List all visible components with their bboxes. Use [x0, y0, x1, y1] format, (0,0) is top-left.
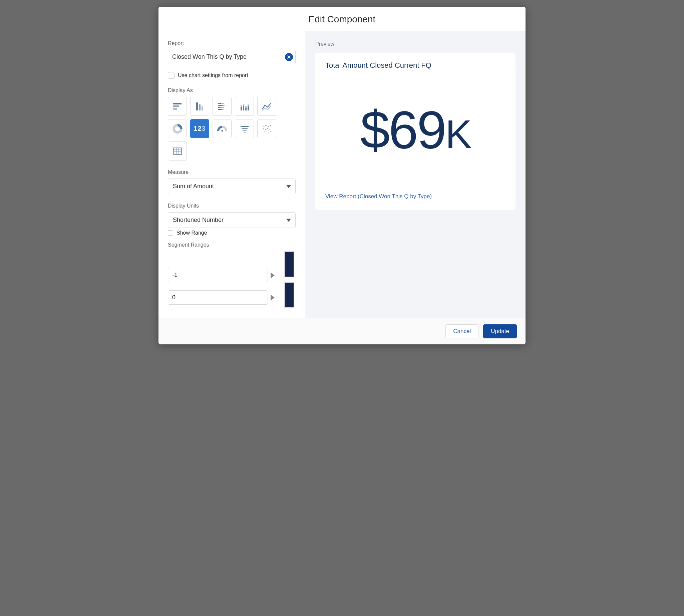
- svg-point-36: [267, 128, 268, 129]
- clear-report-icon[interactable]: [285, 53, 293, 61]
- metric-number: 69: [389, 100, 445, 159]
- horizontal-bar-icon[interactable]: [168, 97, 187, 116]
- display-units-select-wrap: Shortened Number: [168, 212, 295, 228]
- svg-rect-19: [243, 104, 244, 106]
- show-range-checkbox[interactable]: [168, 230, 173, 236]
- segment-row-0: [168, 268, 295, 282]
- measure-select-wrap: Sum of Amount: [168, 178, 295, 194]
- svg-rect-4: [173, 108, 177, 110]
- segment-input-0[interactable]: [168, 268, 268, 282]
- svg-rect-8: [218, 103, 221, 104]
- svg-rect-42: [174, 148, 181, 154]
- scatter-icon[interactable]: [257, 119, 276, 138]
- donut-icon[interactable]: [168, 119, 187, 138]
- svg-rect-23: [248, 105, 249, 107]
- svg-rect-2: [173, 103, 181, 105]
- svg-point-35: [265, 129, 266, 130]
- svg-point-40: [268, 131, 269, 132]
- cancel-button[interactable]: Cancel: [445, 324, 479, 338]
- measure-select[interactable]: Sum of Amount: [168, 178, 295, 194]
- edit-component-modal: Edit Component Report Use chart settings…: [158, 7, 526, 344]
- svg-rect-26: [241, 126, 248, 127]
- metric-value: $69K: [325, 73, 506, 186]
- modal-footer: Cancel Update: [158, 318, 526, 344]
- svg-rect-22: [248, 107, 249, 110]
- preview-pane: Preview Total Amount Closed Current FQ $…: [305, 31, 526, 318]
- svg-point-30: [263, 126, 264, 127]
- show-range-label: Show Range: [177, 230, 207, 236]
- svg-point-41: [270, 131, 271, 132]
- chevron-down-icon: [286, 185, 291, 188]
- display-as-label: Display As: [168, 87, 295, 93]
- svg-rect-15: [222, 109, 224, 110]
- view-report-link[interactable]: View Report (Closed Won This Q by Type): [325, 193, 506, 200]
- segment-ranges-label: Segment Ranges: [168, 242, 295, 248]
- update-button[interactable]: Update: [483, 324, 517, 338]
- svg-point-32: [268, 126, 269, 127]
- modal-header: Edit Component: [158, 7, 526, 31]
- svg-rect-11: [223, 105, 224, 106]
- svg-point-37: [269, 129, 270, 130]
- gauge-icon[interactable]: [213, 119, 231, 138]
- svg-rect-28: [243, 130, 247, 131]
- metric-prefix: $: [360, 100, 389, 159]
- table-icon[interactable]: [168, 141, 187, 160]
- display-units-select[interactable]: Shortened Number: [168, 212, 295, 228]
- svg-point-34: [263, 128, 264, 129]
- segment-input-1[interactable]: [168, 290, 268, 305]
- svg-rect-16: [241, 107, 242, 110]
- metric-icon[interactable]: 123: [190, 119, 209, 138]
- svg-point-33: [270, 125, 271, 126]
- svg-rect-12: [218, 107, 221, 108]
- svg-rect-18: [243, 106, 244, 110]
- measure-label: Measure: [168, 169, 295, 175]
- svg-rect-5: [196, 103, 198, 110]
- display-as-grid: 123: [168, 97, 295, 160]
- segment-ranges-area: [168, 251, 295, 318]
- use-chart-settings-row: Use chart settings from report: [168, 72, 295, 79]
- svg-rect-14: [218, 109, 222, 110]
- show-range-row: Show Range: [168, 230, 295, 236]
- report-label: Report: [168, 40, 295, 46]
- svg-rect-20: [245, 108, 247, 110]
- svg-rect-13: [221, 107, 224, 108]
- use-chart-settings-label: Use chart settings from report: [178, 72, 248, 79]
- segment-color-column: [284, 251, 294, 308]
- svg-rect-21: [245, 106, 247, 108]
- svg-rect-10: [218, 105, 223, 106]
- metric-suffix: K: [445, 112, 470, 156]
- stacked-bar-icon[interactable]: [213, 97, 231, 116]
- svg-rect-9: [221, 103, 224, 104]
- svg-rect-17: [241, 105, 242, 107]
- triangle-right-icon: [271, 272, 274, 278]
- preview-card-title: Total Amount Closed Current FQ: [325, 61, 506, 70]
- funnel-icon[interactable]: [235, 119, 254, 138]
- svg-point-31: [265, 125, 266, 126]
- modal-body: Report Use chart settings from report Di…: [158, 31, 526, 318]
- stacked-column-icon[interactable]: [235, 97, 254, 116]
- segment-color-0[interactable]: [284, 251, 294, 277]
- svg-rect-29: [244, 132, 246, 133]
- svg-rect-3: [173, 106, 179, 107]
- svg-rect-6: [199, 105, 200, 110]
- modal-title: Edit Component: [158, 14, 526, 25]
- svg-rect-7: [201, 107, 203, 110]
- svg-point-39: [266, 130, 267, 131]
- config-pane: Report Use chart settings from report Di…: [158, 31, 305, 318]
- triangle-right-icon: [271, 295, 274, 301]
- segment-row-1: [168, 290, 295, 305]
- preview-section-label: Preview: [315, 41, 515, 47]
- vertical-bar-icon[interactable]: [190, 97, 209, 116]
- report-input[interactable]: [168, 50, 295, 64]
- chevron-down-icon: [286, 219, 291, 222]
- svg-point-38: [264, 131, 265, 132]
- segment-color-1[interactable]: [284, 282, 294, 308]
- svg-point-25: [221, 130, 223, 131]
- line-icon[interactable]: [257, 97, 276, 116]
- display-units-label: Display Units: [168, 203, 295, 209]
- svg-rect-27: [242, 128, 248, 129]
- report-input-wrap: [168, 50, 295, 64]
- use-chart-settings-checkbox[interactable]: [168, 72, 175, 79]
- preview-card: Total Amount Closed Current FQ $69K View…: [315, 53, 515, 210]
